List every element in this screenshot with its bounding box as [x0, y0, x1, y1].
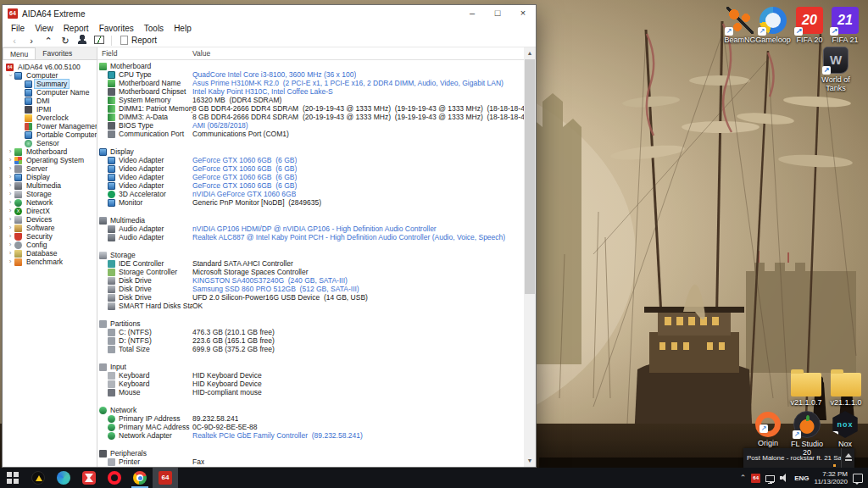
chart-icon[interactable] [91, 35, 108, 47]
back-button[interactable]: ‹ [6, 35, 23, 47]
row-mouse[interactable]: MouseHID-compliant mouse [97, 388, 524, 396]
row-network-adapter[interactable]: Network AdapterRealtek PCIe GbE Family C… [97, 431, 524, 440]
field-value[interactable]: Intel Kaby Point H310C, Intel Coffee Lak… [192, 87, 333, 96]
field-value[interactable]: KINGSTON SA400S37240G (240 GB, SATA-III) [192, 276, 348, 285]
expander-collapsed-icon[interactable]: › [6, 164, 14, 173]
sidebar-item-motherboard[interactable]: ›Motherboard [3, 147, 97, 156]
expander-collapsed-icon[interactable]: › [6, 207, 14, 215]
refresh-button[interactable]: ↻ [57, 35, 74, 47]
sidebar-item-portable-computer[interactable]: Portable Computer [3, 130, 97, 139]
tab-favorites[interactable]: Favorites [36, 47, 79, 59]
sidebar-item-overclock[interactable]: Overclock [3, 114, 97, 122]
row-motherboard-chipset[interactable]: Motherboard ChipsetIntel Kaby Point H310… [97, 87, 524, 96]
volume-tray-icon[interactable] [780, 474, 789, 482]
title-bar[interactable]: 64 AIDA64 Extreme – □ × [3, 5, 536, 22]
row-ide-controller[interactable]: IDE ControllerStandard SATA AHCI Control… [97, 259, 524, 268]
sidebar-item-operating-system[interactable]: ›Operating System [3, 156, 97, 164]
row-monitor[interactable]: MonitorGeneric PnP Monitor [NoDB] (28496… [97, 198, 524, 207]
row-communication-port[interactable]: Communication PortCommunications Port (C… [97, 130, 524, 138]
section-header-motherboard[interactable]: Motherboard [97, 62, 524, 70]
expander-collapsed-icon[interactable]: › [6, 224, 14, 232]
sidebar-item-computer[interactable]: ›Computer [3, 71, 97, 80]
sidebar-item-aida64-v6-00-5100[interactable]: AIDA64 v6.00.5100 [3, 63, 97, 71]
sidebar-item-dmi[interactable]: DMI [3, 97, 97, 105]
row-printer[interactable]: PrinterMicrosoft Print to PDF [97, 466, 524, 467]
row-keyboard[interactable]: KeyboardHID Keyboard Device [97, 380, 524, 388]
taskbar-edge[interactable] [51, 468, 76, 488]
expander-collapsed-icon[interactable]: › [6, 249, 14, 258]
section-header-partitions[interactable]: Partitions [97, 319, 524, 328]
row-disk-drive[interactable]: Disk DriveUFD 2.0 Silicon-Power16G USB D… [97, 293, 524, 302]
menu-tools[interactable]: Tools [139, 24, 169, 33]
desktop-icon-v21-1-0-7[interactable]: v21.1.0.7 [787, 369, 825, 407]
sidebar-item-ipmi[interactable]: IPMI [3, 105, 97, 114]
desktop-icon-origin[interactable]: ↗Origin [749, 412, 787, 447]
row-total-size[interactable]: Total Size699.9 GB (375.2 GB free) [97, 345, 524, 353]
row-video-adapter[interactable]: Video AdapterGeForce GTX 1060 6GB (6 GB) [97, 164, 524, 173]
action-center-icon[interactable] [853, 474, 863, 483]
desktop-icon-world-of-tanks[interactable]: W↗World of Tanks [817, 47, 854, 92]
field-value[interactable]: GeForce GTX 1060 6GB (6 GB) [192, 181, 297, 190]
sidebar-item-benchmark[interactable]: ›Benchmark [3, 258, 97, 266]
sidebar-item-display[interactable]: ›Display [3, 173, 97, 181]
sidebar-item-multimedia[interactable]: ›Multimedia [3, 181, 97, 190]
row-primary-mac-address[interactable]: Primary MAC Address0C-9D-92-BE-5E-88 [97, 423, 524, 431]
row-audio-adapter[interactable]: Audio AdapternVIDIA GP106 HDMI/DP @ nVID… [97, 225, 524, 233]
expander-collapsed-icon[interactable]: › [6, 241, 14, 249]
taskbar-opera[interactable] [102, 468, 127, 488]
row-3d-accelerator[interactable]: 3D AcceleratornVIDIA GeForce GTX 1060 6G… [97, 190, 524, 198]
sidebar-item-network[interactable]: ›Network [3, 198, 97, 207]
row-video-adapter[interactable]: Video AdapterGeForce GTX 1060 6GB (6 GB) [97, 173, 524, 181]
field-value[interactable]: GeForce GTX 1060 6GB (6 GB) [192, 173, 297, 181]
scroll-up-arrow[interactable]: ▲ [524, 47, 536, 59]
expander-collapsed-icon[interactable]: › [6, 258, 14, 266]
eject-icon[interactable] [841, 448, 854, 468]
report-button[interactable]: Report [115, 36, 162, 45]
row-video-adapter[interactable]: Video AdapterGeForce GTX 1060 6GB (6 GB) [97, 156, 524, 164]
sidebar-item-sensor[interactable]: Sensor [3, 139, 97, 147]
field-value[interactable]: nVIDIA GeForce GTX 1060 6GB [192, 190, 296, 198]
row-cpu-type[interactable]: CPU TypeQuadCore Intel Core i3-8100, 360… [97, 70, 524, 79]
menu-view[interactable]: View [30, 24, 58, 33]
row-storage-controller[interactable]: Storage ControllerMicrosoft Storage Spac… [97, 268, 524, 276]
menu-report[interactable]: Report [58, 24, 94, 33]
taskbar-app-yellow-triangle[interactable] [25, 468, 51, 488]
expander-collapsed-icon[interactable]: › [6, 147, 14, 156]
aida64-tray-icon[interactable]: 64 [751, 474, 760, 483]
up-button[interactable]: ⌃ [40, 35, 57, 47]
row-motherboard-name[interactable]: Motherboard NameAsus Prime H310M-K R2.0 … [97, 79, 524, 87]
sidebar-item-directx[interactable]: ›DirectX [3, 207, 97, 215]
sidebar-item-power-management[interactable]: Power Management [3, 122, 97, 130]
minimize-button[interactable]: – [459, 5, 485, 22]
menu-file[interactable]: File [6, 24, 30, 33]
row-dimm1-patriot-memory-ps[interactable]: DIMM1: Patriot Memory PS...8 GB DDR4-266… [97, 104, 524, 113]
row-video-adapter[interactable]: Video AdapterGeForce GTX 1060 6GB (6 GB) [97, 181, 524, 190]
field-value[interactable]: Samsung SSD 860 PRO 512GB (512 GB, SATA-… [192, 285, 359, 293]
taskbar-aida64[interactable]: 64 [153, 468, 178, 488]
desktop-icon-fl-studio-20[interactable]: ↗FL Studio 20 [788, 411, 826, 457]
field-value[interactable]: Realtek PCIe GbE Family Controller (89.2… [192, 431, 363, 440]
taskbar-chrome[interactable] [127, 468, 153, 488]
field-value[interactable]: Realtek ALC887 @ Intel Kaby Point PCH - … [192, 233, 505, 241]
field-value[interactable]: AMI (06/28/2018) [192, 121, 248, 130]
sidebar-item-software[interactable]: ›Software [3, 224, 97, 232]
expander-collapsed-icon[interactable]: › [6, 190, 14, 198]
row-primary-ip-address[interactable]: Primary IP Address89.232.58.241 [97, 414, 524, 423]
clock[interactable]: 7:32 PM 11/13/2020 [815, 470, 848, 485]
row-printer[interactable]: PrinterFax [97, 458, 524, 466]
menu-favorites[interactable]: Favorites [94, 24, 139, 33]
field-column-header[interactable]: Field [102, 49, 117, 58]
desktop-icon-fifa-21[interactable]: 21↗FIFA 21 [826, 7, 864, 44]
network-tray-icon[interactable] [765, 475, 775, 482]
section-header-storage[interactable]: Storage [97, 251, 524, 259]
tab-menu[interactable]: Menu [3, 47, 36, 59]
language-indicator[interactable]: ENG [794, 474, 809, 482]
expander-collapsed-icon[interactable]: › [6, 232, 14, 241]
scrollbar-thumb[interactable] [525, 59, 535, 294]
sidebar-item-summary[interactable]: Summary [3, 80, 97, 88]
desktop-icon-nox[interactable]: nox↗Nox [826, 411, 864, 448]
field-value[interactable]: nVIDIA GP106 HDMI/DP @ nVIDIA GP106 - Hi… [192, 225, 437, 233]
row-system-memory[interactable]: System Memory16320 MB (DDR4 SDRAM) [97, 96, 524, 104]
taskbar-start-button[interactable] [0, 468, 25, 488]
desktop-icon-v21-1-1-0[interactable]: v21.1.1.0 [827, 369, 865, 407]
